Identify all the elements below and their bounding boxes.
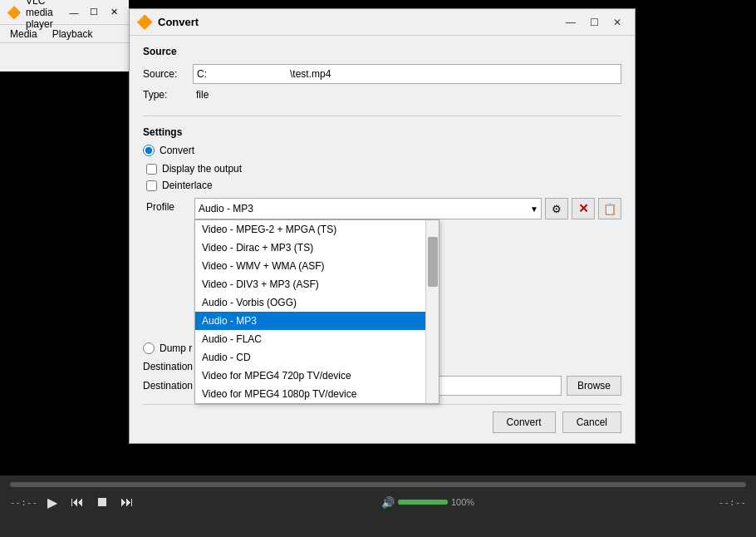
profile-new-button[interactable]: 📋 (598, 198, 621, 219)
display-output-row: Display the output (146, 163, 621, 175)
source-input[interactable] (193, 64, 621, 84)
settings-title: Settings (143, 126, 621, 138)
dialog-footer: Convert Cancel (143, 404, 621, 433)
display-output-label: Display the output (162, 163, 242, 175)
dropdown-item[interactable]: Video - Dirac + MP3 (TS) (195, 239, 425, 257)
start-convert-button[interactable]: Convert (493, 411, 556, 433)
dropdown-item[interactable]: Video - MPEG-2 + MPGA (TS) (195, 220, 425, 239)
dialog-minimize-button[interactable]: — (560, 13, 582, 32)
dropdown-item[interactable]: Audio - Vorbis (OGG) (195, 293, 425, 312)
source-row: Source: (143, 64, 621, 84)
profile-dropdown-list: Video - MPEG-2 + MPGA (TS) Video - Dirac… (194, 219, 439, 404)
profile-settings-button[interactable]: ⚙ (545, 198, 568, 219)
dump-radio[interactable] (143, 342, 155, 354)
dialog-overlay: 🔶 Convert — ☐ ✕ Source Source: Type: fil… (0, 0, 756, 537)
dialog-body: Source Source: Type: file Settings Conve… (130, 36, 635, 443)
type-label: Type: (143, 89, 193, 101)
dropdown-item[interactable]: Audio - CD (195, 348, 425, 367)
dialog-title-text: Convert (158, 16, 555, 28)
dialog-close-button[interactable]: ✕ (606, 13, 628, 32)
dropdown-item[interactable]: Audio - FLAC (195, 330, 425, 348)
profile-delete-button[interactable]: ✕ (572, 198, 595, 219)
type-value: file (196, 89, 209, 101)
convert-dialog: 🔶 Convert — ☐ ✕ Source Source: Type: fil… (129, 8, 636, 444)
display-output-checkbox[interactable] (146, 164, 157, 175)
profile-select-display[interactable]: Audio - MP3 ▼ (194, 198, 542, 219)
dropdown-item[interactable]: Video - WMV + WMA (ASF) (195, 257, 425, 275)
dropdown-item[interactable]: Video for MPEG4 1080p TV/device (195, 385, 425, 403)
source-section-title: Source (143, 46, 621, 57)
deinterlace-row: Deinterlace (146, 180, 621, 191)
dump-radio-label: Dump r (160, 342, 192, 354)
deinterlace-checkbox[interactable] (146, 180, 157, 191)
convert-radio-row: Convert (143, 145, 621, 156)
convert-radio[interactable] (143, 145, 155, 156)
settings-section: Settings Convert Display the output Dein… (143, 126, 621, 354)
profile-controls: Audio - MP3 ▼ Video - MPEG-2 + MPGA (TS)… (194, 198, 621, 219)
profile-row: Profile Audio - MP3 ▼ (146, 198, 621, 219)
cancel-button[interactable]: Cancel (562, 411, 621, 433)
profile-selected-value: Audio - MP3 (199, 203, 253, 214)
dialog-maximize-button[interactable]: ☐ (583, 13, 605, 32)
source-label: Source: (143, 68, 193, 80)
dialog-titlebar-buttons: — ☐ ✕ (560, 13, 628, 32)
dropdown-items: Video - MPEG-2 + MPGA (TS) Video - Dirac… (195, 220, 425, 403)
type-row: Type: file (143, 89, 621, 101)
dropdown-scrollbar[interactable] (425, 220, 439, 403)
profile-select-wrapper: Audio - MP3 ▼ Video - MPEG-2 + MPGA (TS)… (194, 198, 621, 219)
profile-label: Profile (146, 198, 189, 213)
source-section: Source Source: Type: file (143, 46, 621, 116)
scrollbar-thumb (428, 237, 438, 287)
profile-dropdown-arrow-icon: ▼ (530, 204, 538, 214)
dialog-titlebar: 🔶 Convert — ☐ ✕ (130, 9, 635, 36)
dropdown-item[interactable]: Video for MPEG4 720p TV/device (195, 367, 425, 385)
convert-radio-label: Convert (160, 145, 194, 156)
dialog-title-icon: 🔶 (136, 14, 153, 30)
dropdown-item[interactable]: Video - DIV3 + MP3 (ASF) (195, 275, 425, 293)
dropdown-scroll-wrapper: Video - MPEG-2 + MPGA (TS) Video - Dirac… (195, 220, 439, 403)
deinterlace-label: Deinterlace (162, 180, 213, 191)
dropdown-item-selected[interactable]: Audio - MP3 (195, 312, 425, 330)
browse-button[interactable]: Browse (567, 376, 621, 396)
